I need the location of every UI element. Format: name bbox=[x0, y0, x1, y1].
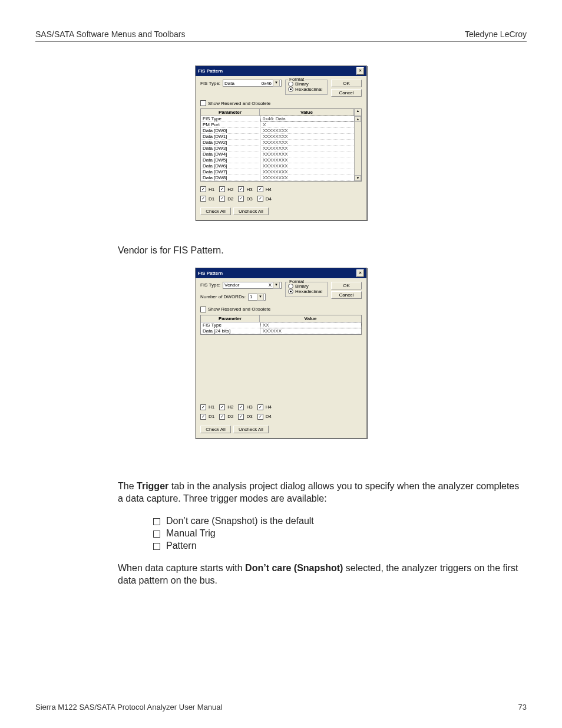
uncheck-all-button[interactable]: Uncheck All bbox=[233, 207, 269, 215]
d4-checkbox[interactable] bbox=[257, 196, 263, 202]
table-row[interactable]: FIS TypeXX bbox=[201, 322, 361, 328]
format-binary-radio[interactable]: Binary bbox=[288, 284, 325, 289]
h2-checkbox[interactable] bbox=[219, 404, 225, 410]
h3-checkbox[interactable] bbox=[238, 404, 244, 410]
footer-page-number: 73 bbox=[518, 703, 527, 711]
trigger-paragraph: The Trigger tab in the analysis project … bbox=[118, 480, 527, 505]
format-group: Format Binary Hexadecimal bbox=[285, 282, 328, 297]
fis-type-value: Data bbox=[224, 81, 234, 86]
h1-checkbox[interactable] bbox=[200, 186, 206, 192]
chevron-down-icon[interactable]: ▼ bbox=[273, 282, 280, 289]
fis-type-select[interactable]: Vendor X ▼ bbox=[223, 282, 282, 289]
h2-checkbox[interactable] bbox=[219, 186, 225, 192]
dwords-select[interactable]: 1 ▼ bbox=[248, 294, 266, 301]
scroll-up-icon[interactable]: ▲ bbox=[355, 116, 361, 122]
col-parameter[interactable]: Parameter bbox=[201, 315, 260, 322]
cancel-button[interactable]: Cancel bbox=[331, 89, 362, 97]
check-all-button[interactable]: Check All bbox=[200, 426, 231, 433]
scroll-down-icon[interactable]: ▼ bbox=[355, 175, 361, 181]
list-item: Pattern bbox=[153, 541, 527, 551]
d2-checkbox[interactable] bbox=[219, 414, 225, 420]
fis-type-label: FIS Type: bbox=[200, 81, 220, 86]
format-hex-radio[interactable]: Hexadecimal bbox=[288, 87, 325, 92]
fis-type-label: FIS Type: bbox=[200, 282, 220, 288]
table-row[interactable]: Data [DW8]XXXXXXXX bbox=[201, 175, 355, 181]
header-left: SAS/SATA Software Menus and Toolbars bbox=[35, 29, 185, 39]
dwords-label: Number of DWORDs: bbox=[200, 294, 246, 299]
format-hex-radio[interactable]: Hexadecimal bbox=[288, 289, 325, 294]
chevron-down-icon[interactable]: ▼ bbox=[273, 80, 280, 87]
table-row[interactable]: Data [DW7]XXXXXXXX bbox=[201, 169, 355, 175]
format-legend: Format bbox=[288, 77, 305, 82]
h4-checkbox[interactable] bbox=[257, 404, 263, 410]
table-row[interactable]: Data [DW3]XXXXXXXX bbox=[201, 146, 355, 151]
col-value[interactable]: Value bbox=[260, 315, 361, 322]
dialog-titlebar: FIS Pattern × bbox=[196, 268, 366, 278]
fis-pattern-dialog-vendor: FIS Pattern × FIS Type: Vendor X ▼ bbox=[195, 268, 367, 439]
fis-pattern-dialog-data: FIS Pattern × FIS Type: Data 0x46 ▼ bbox=[195, 65, 367, 220]
dialog-titlebar: FIS Pattern × bbox=[196, 66, 366, 76]
fis-code: X bbox=[269, 282, 272, 288]
fis-type-select[interactable]: Data 0x46 ▼ bbox=[223, 80, 282, 87]
table-row[interactable]: Data [24 bits]XXXXXX bbox=[201, 328, 361, 334]
d3-checkbox[interactable] bbox=[238, 414, 244, 420]
uncheck-all-button[interactable]: Uncheck All bbox=[233, 426, 269, 433]
d4-checkbox[interactable] bbox=[257, 414, 263, 420]
chevron-down-icon[interactable]: ▼ bbox=[257, 294, 264, 301]
header-right: Teledyne LeCroy bbox=[465, 29, 527, 39]
trigger-modes-list: Don’t care (Snapshot) is the default Man… bbox=[153, 516, 527, 551]
cancel-button[interactable]: Cancel bbox=[331, 291, 362, 299]
parameter-grid: Parameter Value FIS TypeXX Data [24 bits… bbox=[200, 315, 362, 335]
format-group: Format Binary Hexadecimal bbox=[285, 80, 328, 95]
table-row[interactable]: PM PortX bbox=[201, 122, 355, 128]
close-icon[interactable]: × bbox=[356, 67, 364, 75]
table-row[interactable]: Data [DW6]XXXXXXXX bbox=[201, 163, 355, 169]
d1-checkbox[interactable] bbox=[200, 414, 206, 420]
show-reserved-label: Show Reserved and Obsolete bbox=[208, 307, 270, 312]
list-item: Manual Trig bbox=[153, 528, 527, 539]
vendor-caption: Vendor is for FIS Pattern. bbox=[118, 244, 527, 257]
show-reserved-checkbox[interactable] bbox=[200, 307, 206, 312]
table-row[interactable]: Data [DW5]XXXXXXXX bbox=[201, 157, 355, 163]
h3-checkbox[interactable] bbox=[238, 186, 244, 192]
table-row[interactable]: Data [DW1]XXXXXXXX bbox=[201, 134, 355, 140]
format-binary-radio[interactable]: Binary bbox=[288, 81, 325, 87]
h1-checkbox[interactable] bbox=[200, 404, 206, 410]
dialog-title: FIS Pattern bbox=[198, 68, 223, 74]
col-value[interactable]: Value bbox=[260, 109, 354, 116]
scroll-up-icon[interactable]: ▲ bbox=[354, 109, 361, 116]
d3-checkbox[interactable] bbox=[238, 196, 244, 202]
check-all-button[interactable]: Check All bbox=[200, 207, 231, 215]
d2-checkbox[interactable] bbox=[219, 196, 225, 202]
close-icon[interactable]: × bbox=[356, 269, 364, 277]
table-row[interactable]: FIS Type0x46: Data bbox=[201, 116, 355, 122]
footer-left: Sierra M122 SAS/SATA Protocol Analyzer U… bbox=[35, 703, 222, 711]
fis-type-value: Vendor bbox=[224, 282, 239, 288]
table-row[interactable]: Data [DW2]XXXXXXXX bbox=[201, 140, 355, 146]
d1-checkbox[interactable] bbox=[200, 196, 206, 202]
show-reserved-label: Show Reserved and Obsolete bbox=[208, 101, 270, 106]
vertical-scrollbar[interactable]: ▲ ▼ bbox=[354, 116, 361, 181]
ok-button[interactable]: OK bbox=[331, 80, 362, 87]
table-row[interactable]: Data [DW4]XXXXXXXX bbox=[201, 151, 355, 157]
h4-checkbox[interactable] bbox=[257, 186, 263, 192]
table-row[interactable]: Data [DW0]XXXXXXXX bbox=[201, 128, 355, 134]
show-reserved-checkbox[interactable] bbox=[200, 100, 206, 106]
col-parameter[interactable]: Parameter bbox=[201, 109, 260, 116]
snapshot-paragraph: When data capture starts with Don’t care… bbox=[118, 562, 527, 587]
list-item: Don’t care (Snapshot) is the default bbox=[153, 516, 527, 526]
format-legend: Format bbox=[288, 279, 305, 284]
parameter-grid: Parameter Value ▲ FIS Type0x46: Data PM … bbox=[200, 108, 362, 182]
page-footer: Sierra M122 SAS/SATA Protocol Analyzer U… bbox=[35, 703, 527, 711]
dialog-title: FIS Pattern bbox=[198, 271, 223, 276]
fis-code: 0x46 bbox=[262, 81, 272, 86]
ok-button[interactable]: OK bbox=[331, 282, 362, 289]
page-header: SAS/SATA Software Menus and Toolbars Tel… bbox=[35, 29, 527, 42]
